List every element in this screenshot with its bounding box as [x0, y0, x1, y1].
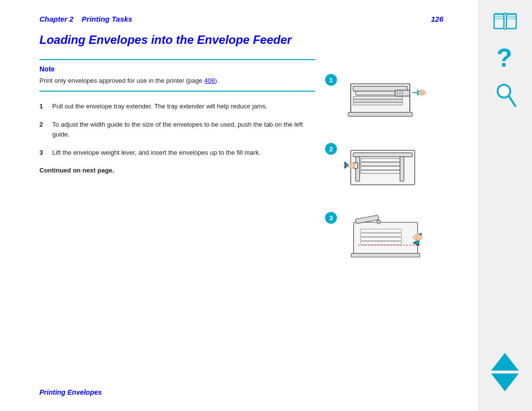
steps-list: 1 Pull out the envelope tray extender. T…	[39, 102, 315, 158]
svg-rect-35	[361, 241, 402, 245]
prev-page-button[interactable]	[491, 353, 519, 371]
step-2-image-row: 2	[325, 128, 439, 192]
chapter-label: Chapter 2 Printing Tasks	[39, 15, 133, 23]
step-1-text: Pull out the envelope tray extender. The…	[52, 102, 315, 111]
svg-rect-34	[361, 238, 402, 241]
note-box: Note Print only envelopes approved for u…	[39, 59, 315, 92]
step-3-number: 3	[39, 148, 47, 158]
step-1-image-row: 1	[325, 59, 439, 123]
search-icon[interactable]	[494, 81, 516, 108]
step-1-circle: 1	[325, 74, 337, 86]
note-text: Print only envelopes approved for use in…	[39, 76, 315, 86]
svg-line-55	[509, 96, 515, 106]
step-2-circle: 2	[325, 143, 337, 155]
svg-rect-22	[361, 163, 400, 166]
svg-rect-46	[506, 14, 516, 29]
svg-rect-19	[356, 157, 360, 181]
page-header: Chapter 2 Printing Tasks 126	[39, 15, 443, 23]
step-3-circle: 3	[325, 212, 337, 224]
step-3-image-row: 3	[325, 197, 439, 261]
svg-point-31	[377, 220, 380, 223]
svg-rect-32	[361, 229, 402, 233]
svg-rect-9	[353, 103, 402, 105]
svg-text:?: ?	[497, 44, 512, 71]
step-1: 1 Pull out the envelope tray extender. T…	[39, 102, 315, 111]
page-title: Loading Envelopes into the Envelope Feed…	[39, 33, 443, 47]
step-3: 3 Lift the envelope weight lever, and in…	[39, 148, 315, 158]
svg-rect-33	[361, 233, 402, 237]
svg-rect-45	[494, 14, 504, 29]
book-icon[interactable]	[492, 10, 519, 34]
content-area: Note Print only envelopes approved for u…	[39, 59, 443, 261]
step-3-illustration	[341, 197, 439, 261]
svg-rect-23	[361, 167, 400, 170]
step-2-number: 2	[39, 120, 47, 139]
images-area: 1	[325, 59, 439, 261]
footer-label: Printing Envelopes	[39, 388, 102, 396]
svg-rect-18	[353, 153, 412, 157]
step-1-number: 1	[39, 102, 47, 111]
main-content: Chapter 2 Printing Tasks 126 Loading Env…	[0, 0, 473, 411]
svg-point-56	[499, 87, 508, 96]
nav-arrows	[478, 353, 532, 391]
step-1-illustration	[341, 59, 439, 123]
note-link[interactable]: 406	[204, 77, 215, 84]
svg-rect-24	[361, 171, 400, 173]
svg-point-14	[418, 90, 426, 95]
step-2-illustration	[341, 128, 439, 192]
svg-point-42	[413, 234, 422, 240]
next-page-button[interactable]	[491, 374, 519, 391]
text-area: Note Print only envelopes approved for u…	[39, 59, 315, 261]
svg-rect-2	[356, 91, 395, 95]
svg-rect-37	[351, 253, 420, 257]
svg-rect-8	[353, 100, 402, 102]
svg-rect-12	[348, 112, 412, 116]
step-2-text: To adjust the width guide to the size of…	[52, 120, 315, 139]
svg-rect-7	[353, 97, 402, 99]
svg-rect-25	[400, 157, 404, 181]
help-icon[interactable]: ?	[494, 44, 516, 71]
step-2: 2 To adjust the width guide to the size …	[39, 120, 315, 139]
page-number: 126	[431, 15, 443, 23]
sidebar: ?	[478, 0, 532, 411]
continued-text: Continued on next page.	[39, 167, 315, 174]
step-3-text: Lift the envelope weight lever, and inse…	[52, 148, 315, 158]
note-title: Note	[39, 65, 315, 73]
svg-rect-21	[361, 159, 400, 162]
